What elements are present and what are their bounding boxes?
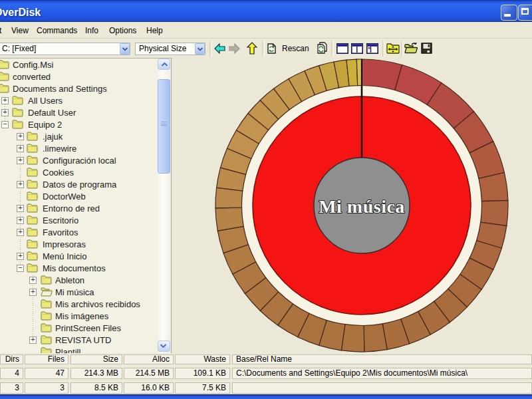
svg-text:Mi música: Mi música xyxy=(319,196,405,217)
